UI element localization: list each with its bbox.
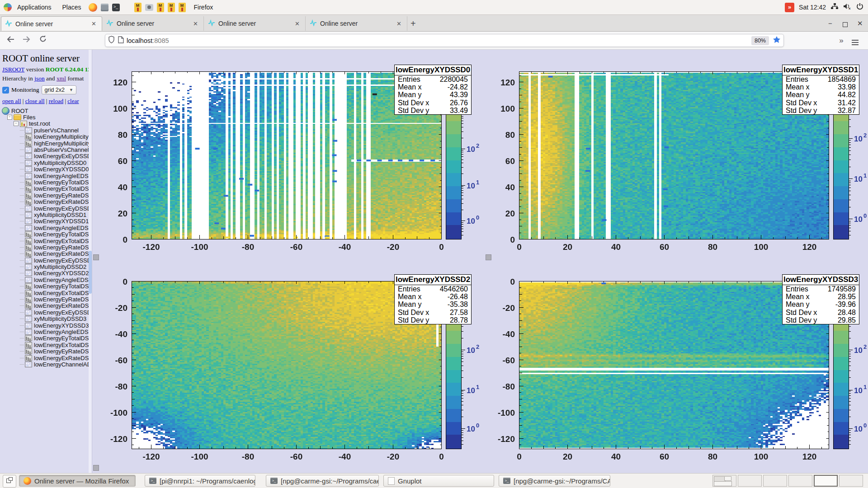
- pad-lowEnergyXYDSSD3[interactable]: lowEnergyXYDSSD3 Entries1749589 Mean x28…: [480, 261, 868, 471]
- tree-expand-icon[interactable]: −: [7, 115, 12, 120]
- midas-launcher-icon[interactable]: [134, 3, 142, 12]
- back-button[interactable]: [5, 35, 16, 47]
- xml-link[interactable]: xml: [57, 75, 66, 82]
- tab-close-icon[interactable]: ✕: [191, 20, 200, 27]
- tree-row[interactable]: lowEnergyAngleEDSSD1: [0, 225, 92, 231]
- tree-row[interactable]: lowEnergyExTotalDSSD0: [0, 186, 92, 192]
- workspace-box[interactable]: [712, 475, 736, 487]
- window-maximize-button[interactable]: [843, 22, 848, 27]
- pad-lowEnergyXYDSSD1[interactable]: lowEnergyXYDSSD1 Entries1854869 Mean x33…: [480, 51, 868, 261]
- tree-row[interactable]: pulserVsChannel: [0, 127, 92, 133]
- tree-expand-icon[interactable]: −: [14, 121, 19, 126]
- workspace-box[interactable]: [839, 475, 863, 487]
- volume-muted-icon[interactable]: x: [843, 3, 852, 12]
- tree-row[interactable]: lowEnergyExTotalDSSD1: [0, 238, 92, 244]
- workspace-box[interactable]: [763, 475, 787, 487]
- tree-row[interactable]: ROOT: [0, 108, 92, 114]
- places-menu[interactable]: Places: [57, 4, 87, 11]
- menu-hamburger-icon[interactable]: [852, 35, 863, 47]
- jsroot-link[interactable]: JSROOT: [2, 66, 24, 73]
- midas-launcher-icon[interactable]: [179, 3, 186, 12]
- reload-link[interactable]: reload: [49, 98, 63, 104]
- url-bar[interactable]: localhost:8085 80%: [105, 34, 784, 47]
- close-all-link[interactable]: close all: [25, 98, 45, 104]
- tree-row[interactable]: lowEnergyEyTotalDSSD0: [0, 179, 92, 185]
- tree-row[interactable]: lowEnergyExTotalDSSD3: [0, 342, 92, 348]
- clear-link[interactable]: clear: [67, 98, 79, 104]
- tree-row[interactable]: lowEnergyEyRateDSSD2: [0, 296, 92, 302]
- tree-row[interactable]: lowEnergyXYDSSD3: [0, 322, 92, 328]
- sidebar-scrollbar-thumb[interactable]: [89, 251, 92, 294]
- gnome-menu-icon[interactable]: [4, 3, 12, 11]
- taskbar-item[interactable]: Online server — Mozilla Firefox: [19, 475, 136, 487]
- tab-close-icon[interactable]: ✕: [293, 20, 302, 27]
- pad-resize-handle[interactable]: [93, 254, 99, 260]
- pad-resize-handle[interactable]: [486, 254, 491, 260]
- tab-close-icon[interactable]: ✕: [395, 20, 403, 27]
- clock[interactable]: Sat 12:42: [799, 4, 826, 11]
- tree-row[interactable]: lowEnergyExRateDSSD2: [0, 303, 92, 309]
- tree-row[interactable]: −test.root: [0, 121, 92, 127]
- tree-row[interactable]: lowEnergyAngleEDSSD2: [0, 277, 92, 283]
- taskbar-item[interactable]: >_[npg@carme-gsi:~/Programs/CARME...: [499, 475, 610, 487]
- browser-tab[interactable]: Online server✕: [103, 16, 204, 31]
- tree-row[interactable]: lowEnergyEyTotalDSSD1: [0, 231, 92, 237]
- reload-button[interactable]: [37, 35, 49, 47]
- browser-tab[interactable]: Online server✕: [204, 16, 306, 31]
- browser-tab[interactable]: Online server✕: [306, 16, 407, 31]
- monitoring-checkbox[interactable]: ✓: [2, 87, 9, 94]
- taskbar-item[interactable]: Gnuplot: [383, 475, 494, 487]
- tree-row[interactable]: lowEnergyExRateDSSD0: [0, 198, 92, 205]
- tree-row[interactable]: lowEnergyXYDSSD2: [0, 270, 92, 277]
- browser-tab[interactable]: Online server✕: [1, 16, 102, 31]
- power-icon[interactable]: [856, 3, 863, 12]
- pad-resize-handle[interactable]: [93, 465, 99, 471]
- pad-lowEnergyXYDSSD2[interactable]: lowEnergyXYDSSD2 Entries4546260 Mean x-2…: [93, 261, 491, 471]
- window-minimize-button[interactable]: −: [828, 19, 832, 27]
- sidebar-scrollbar[interactable]: [89, 50, 92, 473]
- shield-icon[interactable]: [108, 36, 115, 45]
- tree-row[interactable]: lowEnergyXYDSSD0: [0, 166, 92, 173]
- terminal-launcher-icon[interactable]: >_: [112, 4, 120, 11]
- files-launcher-icon[interactable]: [101, 4, 108, 11]
- tree-row[interactable]: lowEnergyExTotalDSSD2: [0, 290, 92, 296]
- tree-row[interactable]: xyMultiplicityDSSD3: [0, 316, 92, 322]
- applications-menu[interactable]: Applications: [12, 4, 57, 11]
- tree-row[interactable]: lowEnergyMultiplicity: [0, 134, 92, 140]
- show-desktop-button[interactable]: [3, 475, 16, 488]
- tree-row[interactable]: lowEnergyEyRateDSSD1: [0, 244, 92, 250]
- tree-row[interactable]: lowEnergyExEyDSSD1: [0, 205, 92, 211]
- overflow-chevron-icon[interactable]: »: [835, 35, 847, 47]
- new-tab-button[interactable]: +: [410, 19, 416, 29]
- tree-row[interactable]: absPulserVsChannel: [0, 146, 92, 153]
- json-link[interactable]: json: [34, 75, 45, 82]
- layout-select[interactable]: grid 2x2▼: [42, 85, 76, 94]
- tree-row[interactable]: lowEnergyExEyDSSD3: [0, 309, 92, 315]
- tree-row[interactable]: xyMultiplicityDSSD0: [0, 160, 92, 166]
- bookmark-star-icon[interactable]: [773, 36, 781, 46]
- tree-row[interactable]: lowEnergyExEyDSSD0: [0, 153, 92, 160]
- tree-row[interactable]: lowEnergyEyRateDSSD0: [0, 192, 92, 198]
- network-icon[interactable]: [830, 3, 839, 12]
- workspace-box[interactable]: [738, 475, 762, 487]
- tree-row[interactable]: lowEnergyChannelADC: [0, 361, 92, 367]
- taskbar-item[interactable]: >_[npg@carme-gsi:~/Programs/caenlo...: [266, 475, 379, 487]
- stats-box-1[interactable]: lowEnergyXYDSSD1 Entries1854869 Mean x33…: [782, 65, 859, 115]
- open-all-link[interactable]: open all: [2, 98, 21, 104]
- firefox-launcher-icon[interactable]: [89, 3, 97, 12]
- tree-row[interactable]: lowEnergyEyRateDSSD3: [0, 348, 92, 354]
- forward-button[interactable]: [21, 35, 33, 47]
- tree-row[interactable]: highEnergyMultiplicity: [0, 140, 92, 146]
- tree-row[interactable]: lowEnergyExEyDSSD2: [0, 257, 92, 263]
- pad-lowEnergyXYDSSD0[interactable]: lowEnergyXYDSSD0 Entries2280045 Mean x-2…: [93, 51, 491, 261]
- tree-row[interactable]: lowEnergyEyTotalDSSD3: [0, 335, 92, 342]
- tree-row[interactable]: lowEnergyAngleEDSSD3: [0, 328, 92, 335]
- tree-row[interactable]: −Files: [0, 114, 92, 120]
- zoom-level-badge[interactable]: 80%: [751, 36, 769, 45]
- tab-close-icon[interactable]: ✕: [90, 20, 98, 27]
- tree-row[interactable]: xyMultiplicityDSSD1: [0, 211, 92, 218]
- midas-launcher-icon[interactable]: [157, 3, 164, 12]
- page-info-icon[interactable]: [118, 36, 124, 45]
- stats-box-0[interactable]: lowEnergyXYDSSD0 Entries2280045 Mean x-2…: [394, 65, 472, 115]
- notification-badge-icon[interactable]: »: [785, 3, 794, 12]
